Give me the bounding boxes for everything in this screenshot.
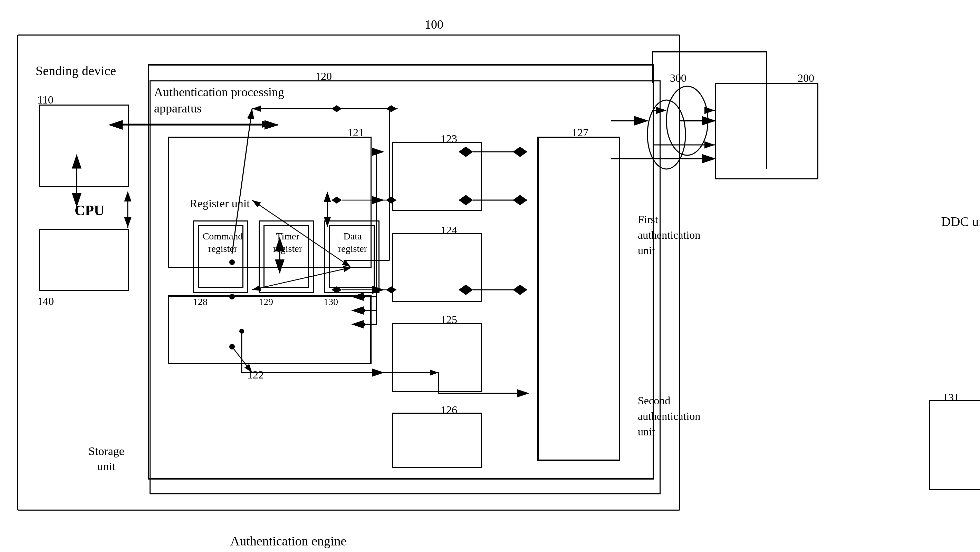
label-ref-140: 140 (37, 295, 54, 308)
auth-engine-box: Authentication engine (168, 295, 372, 364)
register-unit-label: Register unit (189, 197, 250, 210)
command-register-label: Commandregister (196, 230, 249, 255)
sending-device-box: Sending device 110 CPU Storageunit 140 1… (17, 35, 680, 511)
diagram-container: 100 Sending device 110 CPU Storageunit 1… (10, 14, 970, 538)
label-ref-100: 100 (425, 17, 443, 32)
third-auth-box: Thirdauthenticationunit (392, 323, 482, 392)
auth-processing-label: Authentication processingapparatus (154, 84, 284, 117)
cpu-label: CPU (75, 202, 104, 219)
auth-engine-label: Authentication engine (204, 533, 373, 549)
first-auth-label: Firstauthenticationunit (638, 212, 722, 258)
storage-label: Storageunit (65, 444, 148, 474)
cpu-box: CPU (39, 105, 129, 187)
auth-processing-box: Authentication processingapparatus 121 R… (150, 80, 660, 494)
label-ref-300: 300 (670, 72, 686, 84)
ddc-unit-label: DDC unit (931, 214, 980, 229)
register-unit-box: Register unit Commandregister 128 Timerr… (168, 136, 372, 268)
label-ref-122: 122 (247, 368, 264, 381)
reset-gen-box: Resetgenerationunit (929, 400, 980, 490)
data-register-label: Dataregister (326, 230, 379, 255)
sending-device-label: Sending device (35, 63, 116, 78)
receiving-device-box: Receivingdevice (715, 83, 818, 179)
ddc-unit-box: DDC unit 131 Resetgenerationunit (537, 136, 620, 461)
first-auth-box: Firstauthenticationunit (392, 142, 482, 211)
second-auth-label: Secondauthenticationunit (638, 393, 722, 439)
storage-unit-box: Storageunit (39, 229, 129, 291)
timer-unit-box: Timer unit (392, 412, 482, 468)
timer-register-label: Timerregister (261, 230, 314, 255)
second-auth-box: Secondauthenticationunit (392, 233, 482, 302)
